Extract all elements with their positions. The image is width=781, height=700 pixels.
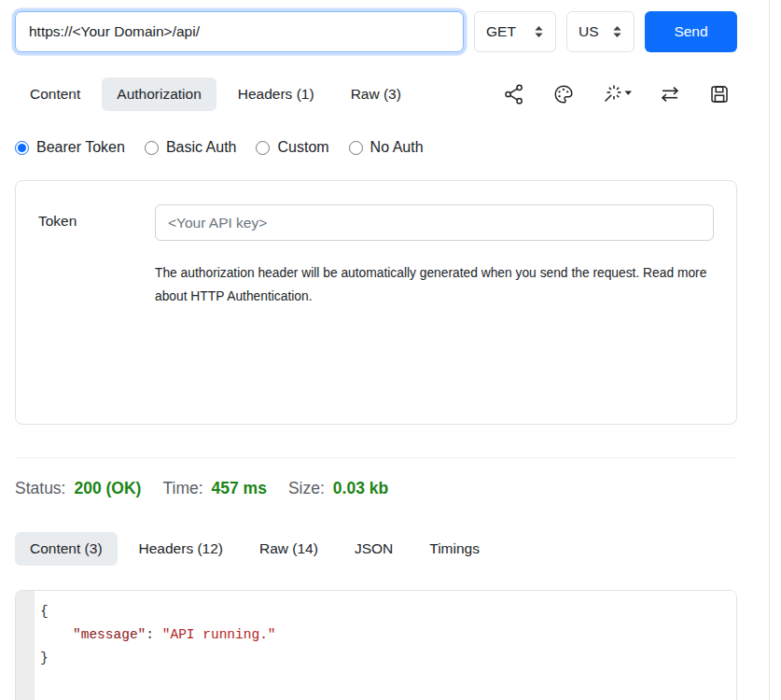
auth-option-custom[interactable]: Custom bbox=[256, 139, 328, 156]
token-label: Token bbox=[38, 204, 155, 400]
region-select-value: US bbox=[579, 23, 599, 40]
json-colon: : bbox=[146, 627, 161, 642]
tab-response-headers[interactable]: Headers (12) bbox=[124, 532, 238, 566]
json-key: "message" bbox=[73, 627, 146, 642]
auth-option-basic-auth[interactable]: Basic Auth bbox=[145, 139, 237, 156]
tab-response-content[interactable]: Content (3) bbox=[15, 532, 118, 566]
response-body-panel: { "message": "API running." } bbox=[15, 590, 737, 700]
tab-raw[interactable]: Raw (3) bbox=[336, 77, 416, 111]
time-value: 457 ms bbox=[212, 479, 267, 498]
tab-authorization[interactable]: Authorization bbox=[102, 77, 216, 111]
no-auth-radio[interactable] bbox=[349, 141, 363, 155]
custom-radio[interactable] bbox=[256, 141, 270, 155]
size-label: Size: bbox=[288, 479, 325, 498]
token-help-text: The authorization header will be automat… bbox=[155, 261, 707, 308]
request-bar: GET US Send bbox=[15, 11, 737, 52]
up-down-caret-icon bbox=[534, 25, 544, 38]
auth-option-label: Bearer Token bbox=[36, 139, 125, 156]
json-open-brace: { bbox=[40, 604, 49, 619]
toolbar-icons bbox=[503, 83, 737, 105]
region-select[interactable]: US bbox=[566, 11, 635, 52]
section-divider bbox=[15, 457, 737, 458]
tab-content[interactable]: Content bbox=[15, 77, 95, 111]
auth-option-no-auth[interactable]: No Auth bbox=[349, 139, 424, 156]
tab-response-json[interactable]: JSON bbox=[340, 532, 408, 566]
json-value: "API running." bbox=[162, 627, 276, 642]
auth-option-label: No Auth bbox=[370, 139, 424, 156]
status-label: Status: bbox=[15, 479, 65, 498]
send-button[interactable]: Send bbox=[645, 11, 737, 52]
auth-option-label: Basic Auth bbox=[166, 139, 237, 156]
request-tabs: Content Authorization Headers (1) Raw (3… bbox=[15, 77, 737, 111]
tab-response-timings[interactable]: Timings bbox=[414, 532, 495, 566]
method-select[interactable]: GET bbox=[474, 11, 556, 52]
auth-option-bearer-token[interactable]: Bearer Token bbox=[15, 139, 125, 156]
bearer-token-panel: Token The authorization header will be a… bbox=[15, 180, 737, 425]
json-close-brace: } bbox=[40, 651, 49, 665]
share-icon[interactable] bbox=[503, 83, 525, 105]
api-tester-page: GET US Send Content Authorization Header… bbox=[0, 0, 781, 700]
auth-type-options: Bearer Token Basic Auth Custom No Auth bbox=[15, 139, 737, 156]
save-icon[interactable] bbox=[708, 83, 731, 105]
basic-auth-radio[interactable] bbox=[145, 141, 159, 155]
swap-arrows-icon[interactable] bbox=[659, 83, 681, 105]
up-down-caret-icon bbox=[612, 25, 622, 38]
size-value: 0.03 kb bbox=[333, 479, 388, 498]
method-select-value: GET bbox=[486, 23, 516, 40]
response-status-bar: Status: 200 (OK) Time: 457 ms Size: 0.03… bbox=[15, 479, 737, 498]
tab-headers[interactable]: Headers (1) bbox=[223, 77, 329, 111]
tab-response-raw[interactable]: Raw (14) bbox=[244, 532, 333, 566]
palette-icon[interactable] bbox=[552, 83, 575, 105]
response-json-code: { "message": "API running." } bbox=[35, 591, 736, 700]
url-input[interactable] bbox=[15, 11, 464, 52]
token-input[interactable] bbox=[155, 204, 714, 241]
bearer-token-radio[interactable] bbox=[15, 141, 29, 155]
auth-option-label: Custom bbox=[277, 139, 328, 156]
magic-wand-icon[interactable] bbox=[602, 83, 632, 105]
scrollbar-track-edge bbox=[769, 0, 770, 700]
code-gutter bbox=[16, 591, 35, 700]
response-tabs: Content (3) Headers (12) Raw (14) JSON T… bbox=[15, 532, 737, 566]
time-label: Time: bbox=[162, 479, 202, 498]
status-value: 200 (OK) bbox=[74, 479, 141, 498]
